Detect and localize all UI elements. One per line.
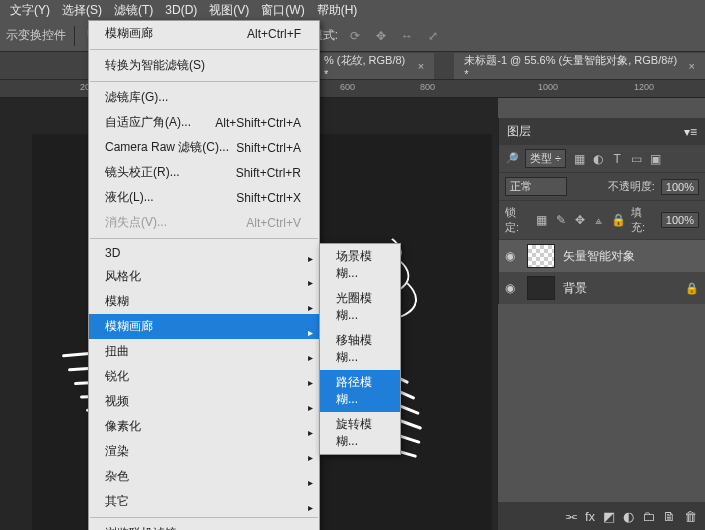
opacity-label: 不透明度: bbox=[608, 179, 655, 194]
submenu-sharpen[interactable]: 锐化 bbox=[89, 364, 319, 389]
filter-rerun[interactable]: 模糊画廊 Alt+Ctrl+F bbox=[89, 21, 319, 46]
submenu-video[interactable]: 视频 bbox=[89, 389, 319, 414]
iris-blur[interactable]: 光圈模糊... bbox=[320, 286, 400, 328]
visibility-icon[interactable]: ◉ bbox=[505, 249, 519, 263]
document-tab-2[interactable]: 未标题-1 @ 55.6% (矢量智能对象, RGB/8#) * × bbox=[454, 53, 705, 79]
lock-trans-icon[interactable]: ▦ bbox=[535, 213, 549, 227]
lock-all-icon[interactable]: 🔒 bbox=[611, 213, 625, 227]
pixel-filter-icon[interactable]: ▦ bbox=[572, 152, 586, 166]
layers-panel: 图层 ▾≡ 🔎 类型 ÷ ▦ ◐ T ▭ ▣ 正常 不透明度: 100% 锁定:… bbox=[498, 118, 705, 304]
layer-background[interactable]: ◉ 背景 🔒 bbox=[499, 272, 705, 304]
visibility-icon[interactable]: ◉ bbox=[505, 281, 519, 295]
ruler-tick: 800 bbox=[420, 82, 435, 92]
adjust-filter-icon[interactable]: ◐ bbox=[591, 152, 605, 166]
opacity-value[interactable]: 100% bbox=[661, 179, 699, 195]
spin-blur[interactable]: 旋转模糊... bbox=[320, 412, 400, 454]
menu-window[interactable]: 窗口(W) bbox=[255, 0, 310, 21]
layer-name: 矢量智能对象 bbox=[563, 248, 635, 265]
lens-correction[interactable]: 镜头校正(R)... Shift+Ctrl+R bbox=[89, 160, 319, 185]
adaptive-wide-angle[interactable]: 自适应广角(A)... Alt+Shift+Ctrl+A bbox=[89, 110, 319, 135]
liquify[interactable]: 液化(L)... Shift+Ctrl+X bbox=[89, 185, 319, 210]
kind-filter[interactable]: 类型 ÷ bbox=[525, 149, 566, 168]
browse-online-filters[interactable]: 浏览联机滤镜... bbox=[89, 521, 319, 530]
blend-row: 正常 不透明度: 100% bbox=[499, 173, 705, 201]
path-blur[interactable]: 路径模糊... bbox=[320, 370, 400, 412]
search-icon[interactable]: 🔎 bbox=[505, 152, 519, 165]
separator bbox=[90, 517, 318, 518]
fx-icon[interactable]: fx bbox=[585, 509, 595, 524]
menu-select[interactable]: 选择(S) bbox=[56, 0, 108, 21]
separator bbox=[90, 238, 318, 239]
3d-scale-icon[interactable]: ⤢ bbox=[424, 27, 442, 45]
document-tab-1[interactable]: % (花纹, RGB/8) * × bbox=[314, 53, 434, 79]
close-icon[interactable]: × bbox=[418, 60, 424, 72]
menubar: 文字(Y) 选择(S) 滤镜(T) 3D(D) 视图(V) 窗口(W) 帮助(H… bbox=[0, 0, 705, 20]
panel-menu-icon[interactable]: ▾≡ bbox=[684, 125, 697, 139]
layers-footer: ⫘ fx ◩ ◐ 🗀 🗎 🗑 bbox=[498, 502, 705, 530]
layer-smart-object[interactable]: ◉ 矢量智能对象 bbox=[499, 240, 705, 272]
menu-view[interactable]: 视图(V) bbox=[203, 0, 255, 21]
submenu-blur-gallery[interactable]: 模糊画廊 bbox=[89, 314, 319, 339]
submenu-other[interactable]: 其它 bbox=[89, 489, 319, 514]
separator bbox=[74, 26, 75, 46]
menu-3d[interactable]: 3D(D) bbox=[159, 1, 203, 19]
submenu-distort[interactable]: 扭曲 bbox=[89, 339, 319, 364]
tab-label: % (花纹, RGB/8) * bbox=[324, 53, 412, 80]
submenu-render[interactable]: 渲染 bbox=[89, 439, 319, 464]
ruler-tick: 1000 bbox=[538, 82, 558, 92]
vanishing-point[interactable]: 消失点(V)... Alt+Ctrl+V bbox=[89, 210, 319, 235]
adjustment-icon[interactable]: ◐ bbox=[623, 509, 634, 524]
3d-slide-icon[interactable]: ↔ bbox=[398, 27, 416, 45]
transform-controls-label: 示变换控件 bbox=[6, 27, 66, 44]
mask-icon[interactable]: ◩ bbox=[603, 509, 615, 524]
camera-raw-filter[interactable]: Camera Raw 滤镜(C)... Shift+Ctrl+A bbox=[89, 135, 319, 160]
lock-icon: 🔒 bbox=[685, 282, 699, 295]
tilt-shift-blur[interactable]: 移轴模糊... bbox=[320, 328, 400, 370]
blend-mode[interactable]: 正常 bbox=[505, 177, 567, 196]
convert-smart-filters[interactable]: 转换为智能滤镜(S) bbox=[89, 53, 319, 78]
tab-label: 未标题-1 @ 55.6% (矢量智能对象, RGB/8#) * bbox=[464, 53, 682, 80]
lock-label: 锁定: bbox=[505, 205, 529, 235]
menu-help[interactable]: 帮助(H) bbox=[311, 0, 364, 21]
separator bbox=[90, 49, 318, 50]
lock-artboard-icon[interactable]: ⟁ bbox=[592, 213, 606, 227]
panel-title: 图层 bbox=[507, 123, 531, 140]
submenu-3d[interactable]: 3D bbox=[89, 242, 319, 264]
3d-orbit-icon[interactable]: ⟳ bbox=[346, 27, 364, 45]
filter-gallery[interactable]: 滤镜库(G)... bbox=[89, 85, 319, 110]
blur-gallery-submenu: 场景模糊... 光圈模糊... 移轴模糊... 路径模糊... 旋转模糊... bbox=[319, 243, 401, 455]
submenu-blur[interactable]: 模糊 bbox=[89, 289, 319, 314]
new-layer-icon[interactable]: 🗎 bbox=[663, 509, 676, 524]
filter-menu: 模糊画廊 Alt+Ctrl+F 转换为智能滤镜(S) 滤镜库(G)... 自适应… bbox=[88, 20, 320, 530]
group-icon[interactable]: 🗀 bbox=[642, 509, 655, 524]
submenu-stylize[interactable]: 风格化 bbox=[89, 264, 319, 289]
menu-filter[interactable]: 滤镜(T) bbox=[108, 0, 159, 21]
layer-name: 背景 bbox=[563, 280, 587, 297]
submenu-noise[interactable]: 杂色 bbox=[89, 464, 319, 489]
submenu-pixelate[interactable]: 像素化 bbox=[89, 414, 319, 439]
shape-filter-icon[interactable]: ▭ bbox=[629, 152, 643, 166]
lock-row: 锁定: ▦ ✎ ✥ ⟁ 🔒 填充: 100% bbox=[499, 201, 705, 240]
close-icon[interactable]: × bbox=[689, 60, 695, 72]
panel-header[interactable]: 图层 ▾≡ bbox=[499, 118, 705, 145]
3d-pan-icon[interactable]: ✥ bbox=[372, 27, 390, 45]
lock-paint-icon[interactable]: ✎ bbox=[554, 213, 568, 227]
layer-thumbnail[interactable] bbox=[527, 276, 555, 300]
smart-filter-icon[interactable]: ▣ bbox=[648, 152, 662, 166]
type-filter-icon[interactable]: T bbox=[610, 152, 624, 166]
link-icon[interactable]: ⫘ bbox=[564, 509, 577, 524]
fill-label: 填充: bbox=[631, 205, 655, 235]
lock-pos-icon[interactable]: ✥ bbox=[573, 213, 587, 227]
separator bbox=[90, 81, 318, 82]
filter-row: 🔎 类型 ÷ ▦ ◐ T ▭ ▣ bbox=[499, 145, 705, 173]
ruler-tick: 600 bbox=[340, 82, 355, 92]
menu-type[interactable]: 文字(Y) bbox=[4, 0, 56, 21]
layer-thumbnail[interactable] bbox=[527, 244, 555, 268]
trash-icon[interactable]: 🗑 bbox=[684, 509, 697, 524]
ruler-tick: 1200 bbox=[634, 82, 654, 92]
field-blur[interactable]: 场景模糊... bbox=[320, 244, 400, 286]
fill-value[interactable]: 100% bbox=[661, 212, 699, 228]
